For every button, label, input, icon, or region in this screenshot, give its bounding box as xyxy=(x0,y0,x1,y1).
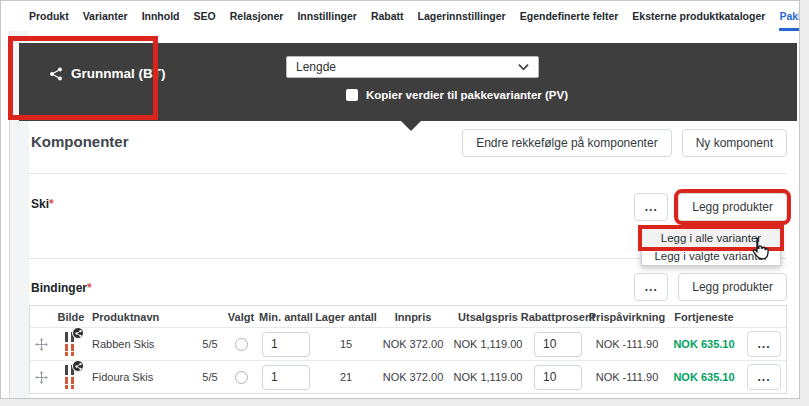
valgt-radio[interactable] xyxy=(235,338,248,351)
required-mark: * xyxy=(87,281,92,295)
min-antall-input[interactable] xyxy=(262,332,310,357)
col-header-lager-antall: Lager antall xyxy=(314,311,378,323)
col-header-min-antall: Min. antall xyxy=(258,311,314,323)
table-row: Fidoura Skis 5/5 21 NOK 372.00 NOK 1,119… xyxy=(30,360,786,393)
col-header-produktnavn: Produktnavn xyxy=(90,311,196,323)
variant-count: 5/5 xyxy=(196,371,224,383)
rabattprosent-input[interactable] xyxy=(534,332,582,357)
tab-varianter[interactable]: Varianter xyxy=(83,1,128,31)
page-title: Komponenter xyxy=(31,133,129,150)
chevron-down-icon xyxy=(518,63,529,71)
menu-item-legg-i-alle-varianter[interactable]: Legg i alle varianter xyxy=(642,229,780,247)
move-handle-icon[interactable] xyxy=(35,338,48,351)
new-component-button[interactable]: Ny komponent xyxy=(682,129,787,157)
utsalgspris-value: NOK 1,119.00 xyxy=(448,338,528,350)
col-header-innpris: Innpris xyxy=(378,311,448,323)
ski-component-label: Ski* xyxy=(31,197,54,211)
ski-more-button[interactable]: ... xyxy=(634,193,668,221)
table-header-row: Bilde Produktnavn Valgt Min. antall Lage… xyxy=(30,306,786,327)
template-label: Grunnmal (BT) xyxy=(71,66,166,81)
product-name: Fidoura Skis xyxy=(90,371,196,383)
tab-produkt[interactable]: Produkt xyxy=(29,1,69,31)
col-header-rabattprosent: Rabattprosent xyxy=(528,311,588,323)
menu-item-legg-i-valgte-varianter[interactable]: Legg i valgte varianter xyxy=(642,247,780,265)
product-image xyxy=(63,364,79,390)
tab-lagerinnstillinger[interactable]: Lagerinnstillinger xyxy=(418,1,506,31)
share-icon xyxy=(49,67,63,81)
tab-innhold[interactable]: Innhold xyxy=(142,1,180,31)
prispavirkning-value: NOK -111.90 xyxy=(588,371,666,383)
valgt-radio[interactable] xyxy=(235,371,248,384)
copy-to-variants-label: Kopier verdier til pakkevarianter (PV) xyxy=(366,89,568,101)
add-products-menu: Legg i alle varianter Legg i valgte vari… xyxy=(641,228,781,266)
table-row: Rabben Skis 5/5 15 NOK 372.00 NOK 1,119.… xyxy=(30,327,786,360)
lager-antall-value: 15 xyxy=(314,338,378,350)
variant-select[interactable]: Lengde xyxy=(286,56,539,78)
innpris-value: NOK 372.00 xyxy=(378,338,448,350)
row-more-button[interactable]: ... xyxy=(747,331,781,357)
tab-bar: Produkt Varianter Innhold SEO Relasjoner… xyxy=(1,1,800,31)
lager-antall-value: 21 xyxy=(314,371,378,383)
tab-innstillinger[interactable]: Innstillinger xyxy=(297,1,357,31)
bindinger-actions: ... Legg produkter xyxy=(634,273,787,301)
share-badge-icon xyxy=(72,327,84,339)
bindinger-more-button[interactable]: ... xyxy=(634,273,668,301)
col-header-prispavirkning: Prispåvirkning xyxy=(588,311,666,323)
col-header-fortjeneste: Fortjeneste xyxy=(666,311,742,323)
prispavirkning-value: NOK -111.90 xyxy=(588,338,666,350)
variant-count: 5/5 xyxy=(196,338,224,350)
fortjeneste-value: NOK 635.10 xyxy=(673,338,734,350)
tab-relasjoner[interactable]: Relasjoner xyxy=(230,1,284,31)
bindinger-component-label: Bindinger* xyxy=(31,281,92,295)
components-actions: Endre rekkefølge på komponenter Ny kompo… xyxy=(462,129,787,157)
tab-rabatt[interactable]: Rabatt xyxy=(371,1,404,31)
tab-pakkeprodukter[interactable]: Pakkep xyxy=(779,1,800,31)
min-antall-input[interactable] xyxy=(262,365,310,390)
product-name: Rabben Skis xyxy=(90,338,196,350)
components-products-table: Bilde Produktnavn Valgt Min. antall Lage… xyxy=(29,305,787,394)
ski-add-products-button[interactable]: Legg produkter xyxy=(678,193,787,221)
header-pointer-triangle xyxy=(400,120,422,131)
utsalgspris-value: NOK 1,119.00 xyxy=(448,371,528,383)
share-badge-icon xyxy=(72,360,84,372)
tab-egendefinerte-felter[interactable]: Egendefinerte felter xyxy=(520,1,619,31)
product-image xyxy=(63,331,79,357)
move-handle-icon[interactable] xyxy=(35,371,48,384)
copy-to-variants-checkbox[interactable] xyxy=(346,89,358,101)
col-header-utsalgspris: Utsalgspris xyxy=(448,311,528,323)
bindinger-label-text: Bindinger xyxy=(31,281,87,295)
col-header-valgt: Valgt xyxy=(224,311,258,323)
row-more-button[interactable]: ... xyxy=(747,364,781,390)
col-header-bilde: Bilde xyxy=(52,311,90,323)
innpris-value: NOK 372.00 xyxy=(378,371,448,383)
reorder-components-button[interactable]: Endre rekkefølge på komponenter xyxy=(462,129,671,157)
variant-select-value: Lengde xyxy=(296,60,336,74)
tab-seo[interactable]: SEO xyxy=(194,1,216,31)
required-mark: * xyxy=(49,197,54,211)
ski-label-text: Ski xyxy=(31,197,49,211)
product-editor-window: Produkt Varianter Innhold SEO Relasjoner… xyxy=(0,0,800,399)
bindinger-add-products-button[interactable]: Legg produkter xyxy=(678,273,787,301)
tab-eksterne-produktkataloger[interactable]: Eksterne produktkataloger xyxy=(632,1,765,31)
fortjeneste-value: NOK 635.10 xyxy=(673,371,734,383)
divider xyxy=(29,173,787,174)
ski-actions: ... Legg produkter xyxy=(634,193,787,221)
template-header-bar: Grunnmal (BT) Lengde Kopier verdier til … xyxy=(19,43,797,121)
rabattprosent-input[interactable] xyxy=(534,365,582,390)
copy-to-variants-row: Kopier verdier til pakkevarianter (PV) xyxy=(346,89,568,101)
template-name: Grunnmal (BT) xyxy=(49,66,166,81)
